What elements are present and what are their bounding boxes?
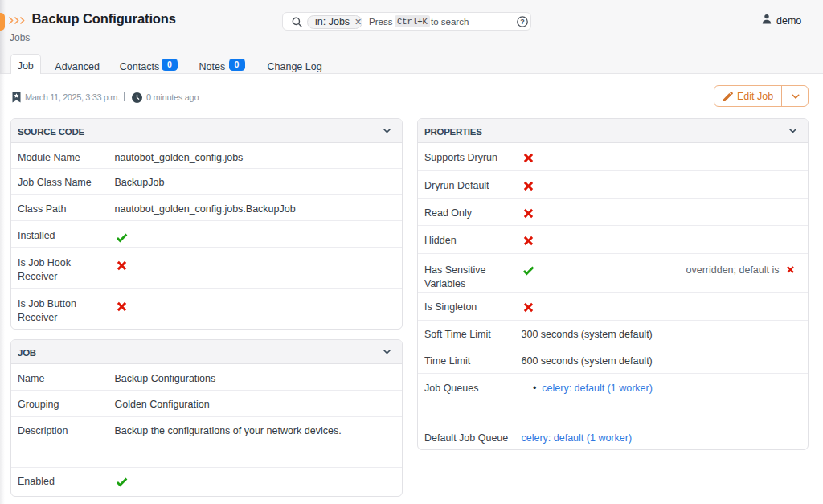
- svg-text:?: ?: [520, 18, 525, 26]
